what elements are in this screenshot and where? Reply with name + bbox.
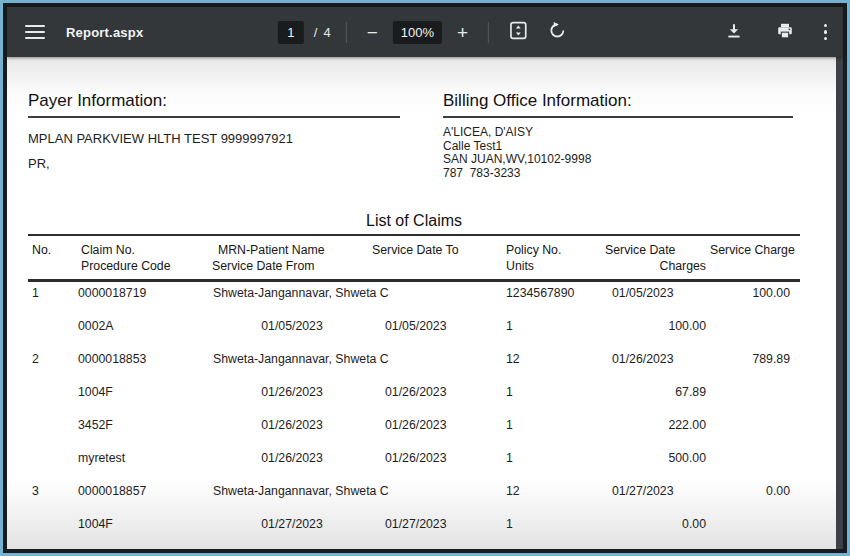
pdf-page: Payer Information: MPLAN PARKVIEW HLTH T… (7, 57, 836, 549)
service-date-to: 01/27/2023 (372, 517, 502, 546)
billing-line: A'LICEA, D'AISY (443, 126, 793, 140)
vertical-scrollbar[interactable] (836, 57, 843, 549)
viewer-frame: Report.aspx 1 / 4 − 100% + (3, 3, 847, 553)
empty-cell (28, 418, 77, 447)
claim-service-date: 01/26/2023 (605, 352, 708, 381)
claims-list-title: List of Claims (28, 212, 800, 230)
empty-cell (28, 451, 77, 480)
procedure-row: 0002A01/05/202301/05/20231100.00 (28, 315, 800, 348)
empty-cell (28, 517, 77, 546)
page-divider: / (314, 25, 318, 40)
billing-office-block: Billing Office Information: A'LICEA, D'A… (443, 91, 793, 180)
procedure-row: myretest01/26/202301/26/20231500.00 (28, 447, 800, 480)
charges: 222.00 (605, 418, 708, 447)
toolbar-right-group (720, 20, 830, 45)
claim-service-date: 01/27/2023 (605, 484, 708, 513)
empty-cell (708, 385, 800, 414)
service-date-from: 01/26/2023 (212, 451, 372, 480)
policy-number: 1234567890 (502, 286, 605, 315)
billing-line: SAN JUAN,WV,10102-9998 (443, 153, 793, 167)
menu-icon[interactable] (25, 25, 45, 39)
empty-cell (28, 385, 77, 414)
claims-table-header: No. Claim No.Procedure Code MRN-Patient … (28, 234, 800, 282)
service-date-from: 01/26/2023 (212, 385, 372, 414)
claims-table: No. Claim No.Procedure Code MRN-Patient … (28, 234, 800, 546)
header-service-date-charges: Service DateCharges (605, 242, 708, 274)
service-date-from: 01/27/2023 (212, 517, 372, 546)
charges: 67.89 (605, 385, 708, 414)
service-date-to: 01/26/2023 (372, 385, 502, 414)
patient-name: Shweta-Jangannavar, Shweta C (212, 352, 502, 381)
empty-cell (708, 418, 800, 447)
service-date-to: 01/26/2023 (372, 451, 502, 480)
service-date-to: 01/26/2023 (372, 418, 502, 447)
claims-table-body: 10000018719Shweta-Jangannavar, Shweta C1… (28, 282, 800, 546)
procedure-code: 3452F (77, 418, 212, 447)
pdf-toolbar: Report.aspx 1 / 4 − 100% + (7, 7, 843, 57)
units: 1 (502, 385, 605, 414)
charges: 100.00 (605, 319, 708, 348)
zoom-in-button[interactable]: + (452, 21, 473, 44)
page-total: 4 (323, 25, 330, 40)
patient-name: Shweta-Jangannavar, Shweta C (212, 286, 502, 315)
units: 1 (502, 451, 605, 480)
rotate-button[interactable] (543, 19, 572, 45)
download-button[interactable] (720, 20, 748, 45)
charges: 0.00 (605, 517, 708, 546)
info-section: Payer Information: MPLAN PARKVIEW HLTH T… (7, 91, 836, 180)
service-date-from: 01/26/2023 (212, 418, 372, 447)
claim-row: 30000018857Shweta-Jangannavar, Shweta C1… (28, 480, 800, 513)
payer-line: PR, (28, 151, 400, 176)
procedure-code: 0002A (77, 319, 212, 348)
empty-cell (28, 319, 77, 348)
service-date-to: 01/05/2023 (372, 319, 502, 348)
procedure-code: myretest (77, 451, 212, 480)
patient-name: Shweta-Jangannavar, Shweta C (212, 484, 502, 513)
toolbar-separator (346, 22, 347, 43)
claim-service-date: 01/05/2023 (605, 286, 708, 315)
print-button[interactable] (771, 20, 799, 45)
charges: 500.00 (605, 451, 708, 480)
more-options-button[interactable] (822, 22, 830, 43)
document-title: Report.aspx (66, 25, 143, 40)
units: 1 (502, 517, 605, 546)
claim-no-index: 2 (28, 352, 77, 381)
page-count-label: / 4 (314, 25, 331, 40)
claim-service-charge: 100.00 (708, 286, 800, 315)
page-number-input[interactable]: 1 (278, 21, 304, 44)
header-service-date-to: Service Date To (372, 242, 502, 274)
billing-office-heading: Billing Office Information: (443, 91, 793, 118)
document-viewport: Payer Information: MPLAN PARKVIEW HLTH T… (7, 57, 843, 549)
claim-number: 0000018857 (77, 484, 212, 513)
toolbar-left-group: Report.aspx (25, 25, 143, 40)
procedure-row: 1004F01/26/202301/26/2023167.89 (28, 381, 800, 414)
procedure-code: 1004F (77, 517, 212, 546)
empty-cell (708, 517, 800, 546)
header-no: No. (28, 242, 77, 274)
claim-number: 0000018853 (77, 352, 212, 381)
payer-lines: MPLAN PARKVIEW HLTH TEST 9999997921 PR, (28, 126, 400, 176)
billing-line: Calle Test1 (443, 140, 793, 154)
empty-cell (708, 451, 800, 480)
zoom-level-input[interactable]: 100% (393, 21, 442, 44)
zoom-out-button[interactable]: − (362, 21, 383, 44)
header-patient-name-service-date-from: MRN-Patient NameService Date From (212, 242, 372, 274)
toolbar-center-group: 1 / 4 − 100% + (278, 7, 572, 57)
policy-number: 12 (502, 352, 605, 381)
units: 1 (502, 418, 605, 447)
fit-to-page-button[interactable] (504, 19, 533, 45)
claim-number: 0000018719 (77, 286, 212, 315)
toolbar-separator (488, 22, 489, 43)
download-icon (725, 22, 743, 43)
empty-cell (708, 319, 800, 348)
report-document: Payer Information: MPLAN PARKVIEW HLTH T… (7, 57, 836, 546)
print-icon (776, 22, 794, 43)
billing-line: 787 783-3233 (443, 167, 793, 181)
rotate-counterclockwise-icon (548, 21, 567, 43)
claim-no-index: 3 (28, 484, 77, 513)
claim-row: 10000018719Shweta-Jangannavar, Shweta C1… (28, 282, 800, 315)
header-claim-no-procedure-code: Claim No.Procedure Code (77, 242, 212, 274)
header-policy-no-units: Policy No.Units (502, 242, 605, 274)
claim-service-charge: 789.89 (708, 352, 800, 381)
pdf-viewer-window: Report.aspx 1 / 4 − 100% + (0, 0, 850, 556)
